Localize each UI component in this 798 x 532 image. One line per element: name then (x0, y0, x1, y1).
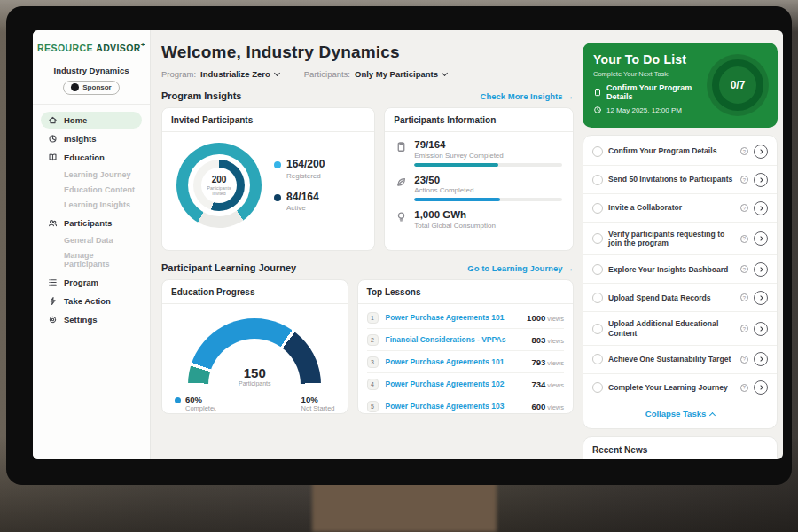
lesson-rank-badge: 5 (367, 401, 379, 412)
task-checkbox[interactable] (592, 175, 603, 185)
lesson-link[interactable]: Financial Considerations - VPPAs (386, 335, 525, 344)
task-open-button[interactable] (754, 231, 768, 246)
sidebar-item-label: Take Action (64, 296, 111, 306)
sidebar-subitem-learning-insights[interactable]: Learning Insights (41, 198, 142, 213)
check-more-insights-link[interactable]: Check More Insights→ (481, 91, 574, 101)
sidebar-item-program[interactable]: Program (41, 274, 142, 291)
sidebar-item-insights[interactable]: Insights (41, 130, 142, 147)
section-title-insights: Program Insights (161, 90, 241, 101)
task-open-button[interactable] (754, 352, 768, 366)
chevron-right-icon (758, 386, 763, 391)
todo-due-text: 12 May 2025, 12:00 PM (606, 106, 682, 114)
stat-progress-fill (414, 198, 500, 201)
sidebar-item-education[interactable]: Education (41, 149, 142, 166)
sidebar-item-take-action[interactable]: Take Action (41, 293, 142, 309)
donut-legend: 164/200Registered84/164Active (274, 159, 325, 211)
stat-value: 23/50 (414, 175, 562, 186)
filter-value: Only My Participants (355, 69, 438, 79)
actions-icon (395, 176, 407, 188)
help-icon[interactable]: ? (740, 384, 748, 392)
help-icon[interactable]: ? (740, 356, 748, 364)
task-open-button[interactable] (754, 145, 768, 159)
sidebar-item-label: Education (64, 153, 105, 162)
task-checkbox[interactable] (592, 203, 603, 214)
todo-task-complete-your-learning-journey: Complete Your Learning Journey? (583, 374, 777, 402)
task-checkbox[interactable] (592, 146, 603, 157)
stat-body: 79/164Emission Survey Completed (414, 139, 562, 167)
lesson-views: 803views (531, 335, 564, 345)
sidebar-item-settings[interactable]: Settings (41, 311, 142, 328)
task-checkbox[interactable] (592, 293, 603, 303)
donut-legend-item-registered: 164/200Registered (274, 159, 325, 179)
chevron-right-icon (758, 149, 763, 154)
sidebar-subitem-education-content[interactable]: Education Content (41, 183, 142, 198)
sidebar-item-label: Insights (64, 134, 96, 144)
insights-icon (48, 134, 58, 144)
lesson-views: 1000views (527, 313, 564, 323)
help-icon[interactable]: ? (740, 176, 748, 184)
collapse-tasks-link[interactable]: Collapse Tasks (583, 402, 777, 426)
stat-label: Actions Completed (414, 186, 562, 194)
sidebar-subitem-manage-participants[interactable]: Manage Participants (41, 248, 142, 272)
chevron-down-icon (442, 70, 448, 76)
link-text: Check More Insights (481, 91, 563, 101)
chevron-up-icon (709, 412, 716, 419)
sidebar-item-home[interactable]: Home (41, 112, 142, 129)
task-checkbox[interactable] (592, 264, 603, 275)
task-label: Send 50 Invitations to Participants (608, 175, 735, 184)
task-checkbox[interactable] (592, 354, 603, 364)
todo-next-task-label: Confirm Your Program Details (606, 83, 717, 101)
survey-icon (395, 141, 407, 153)
home-icon (48, 115, 58, 125)
gauge-center: 150 Participants (188, 365, 321, 387)
chevron-right-icon (758, 326, 763, 332)
task-checkbox[interactable] (592, 382, 603, 393)
todo-task-confirm-your-program-details: Confirm Your Program Details? (583, 137, 777, 166)
sidebar-subitem-general-data[interactable]: General Data (41, 233, 142, 248)
lesson-row: 5Power Purchase Agreements 103600views (367, 395, 564, 414)
task-open-button[interactable] (754, 173, 768, 187)
donut-inner-ring: 200 Participants Invited (193, 160, 245, 211)
clock-icon (593, 106, 602, 114)
lesson-link[interactable]: Power Purchase Agreements 101 (386, 313, 520, 322)
go-to-learning-journey-link[interactable]: Go to Learning Journey→ (467, 263, 574, 273)
sidebar-item-label: Participants (64, 218, 112, 228)
task-checkbox[interactable] (592, 233, 603, 244)
lesson-rank-badge: 4 (367, 379, 379, 390)
sidebar-item-participants[interactable]: Participants (41, 215, 142, 231)
stat-label: Emission Survey Completed (414, 152, 562, 160)
sponsor-badge: Sponsor (63, 81, 120, 95)
section-title-journey: Participant Learning Journey (161, 262, 296, 273)
task-open-button[interactable] (754, 380, 768, 395)
lesson-link[interactable]: Power Purchase Agreements 103 (386, 402, 525, 411)
task-open-button[interactable] (754, 291, 768, 305)
help-icon[interactable]: ? (740, 235, 748, 243)
filter-participants[interactable]: Participants:Only My Participants (304, 69, 447, 79)
help-icon[interactable]: ? (740, 147, 748, 155)
sidebar-item-label: Home (64, 115, 87, 125)
legend-value: 164/200 (286, 159, 325, 170)
help-icon[interactable]: ? (740, 204, 748, 212)
arrow-right-icon: → (566, 263, 575, 273)
task-open-button[interactable] (754, 201, 768, 215)
sidebar-subitem-learning-journey[interactable]: Learning Journey (41, 168, 142, 183)
todo-task-upload-spend-data-records: Upload Spend Data Records? (583, 284, 777, 312)
donut-mid: 200 Participants Invited (188, 154, 250, 216)
legend-dot (175, 397, 181, 403)
legend-value: 84/164 (286, 192, 319, 203)
help-icon[interactable]: ? (740, 265, 748, 273)
filter-program[interactable]: Program:Industrialize Zero (161, 69, 279, 79)
participants-icon (48, 218, 58, 228)
lesson-link[interactable]: Power Purchase Agreements 102 (386, 379, 525, 388)
card-title: Top Lessons (358, 280, 573, 304)
task-checkbox[interactable] (592, 324, 603, 334)
lesson-link[interactable]: Power Purchase Agreements 101 (386, 357, 525, 366)
link-text: Go to Learning Journey (467, 263, 562, 273)
stat-progress-track (414, 163, 562, 167)
donut-center: 200 Participants Invited (201, 168, 237, 203)
filter-label: Program: (161, 69, 196, 79)
task-open-button[interactable] (754, 262, 768, 277)
help-icon[interactable]: ? (740, 293, 748, 301)
task-open-button[interactable] (754, 322, 768, 336)
help-icon[interactable]: ? (740, 325, 748, 332)
